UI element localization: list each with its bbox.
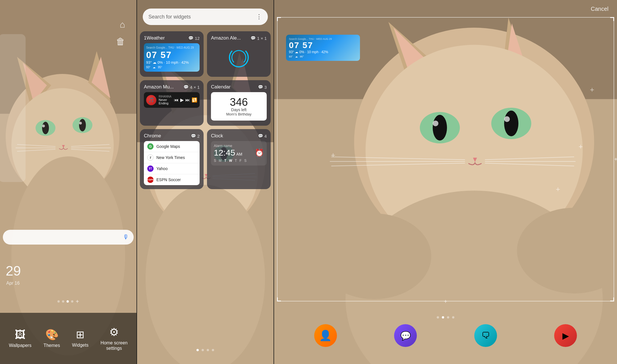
1weather-count-icon: 💬 [188,36,194,41]
contacts-app-icon[interactable]: 👤 [314,324,337,347]
page-dots-left: + [0,299,136,304]
widgets-icon: ⊞ [76,329,84,341]
center-dot-4[interactable] [212,349,214,351]
prev-icon[interactable]: ⏮ [174,98,179,103]
yahoo-label: Yahoo [156,166,167,171]
clock-header: Clock 💬 4 [211,133,267,139]
widget-selection-frame: Search Google... THU · WED AUG 29 07 57 … [277,17,614,301]
amazon-music-card[interactable]: Amazon Mu... 💬 4 × 1 🎵 RIHANNA Never End… [140,80,204,126]
chrome-count-icon: 💬 [191,133,196,138]
alexa-preview [211,43,267,72]
home-icon[interactable]: ⌂ [120,19,125,30]
add-page-left[interactable]: + [76,299,79,304]
alexa-header: Amazon Ale... 💬 1 × 1 [211,35,267,41]
chrome-dropdown: G Google Maps T New York Times Y! Yahoo … [144,141,200,185]
alexa-inner-ring [231,50,246,65]
messages-icon: 💬 [400,331,411,341]
dot-1[interactable] [57,300,60,303]
maps-icon: G [147,143,154,150]
trash-icon[interactable]: 🗑 [116,36,125,47]
center-dot-3[interactable] [207,349,209,351]
alexa-circle [229,47,249,67]
frame-handle-right[interactable]: + [614,156,617,163]
left-overlay: ⌂ 🗑 🎙 29 Apr 16 + 🖼 Wallpapers 🎨 [0,0,136,364]
chrome-item-nyt[interactable]: T New York Times [144,152,200,163]
date-display-left: Apr 16 [6,281,20,286]
chat-icon: 🗨 [481,331,490,340]
alarm-clock-icon: ⏰ [255,148,264,157]
music-artist: RIHANNA [159,95,172,98]
next-icon[interactable]: ⏭ [185,98,190,103]
right-dot-4[interactable] [452,316,454,318]
1weather-card[interactable]: 1Weather 💬 12 Search Google... THU · WED… [140,31,204,77]
bottom-bar-left: 🖼 Wallpapers 🎨 Themes ⊞ Widgets ⚙ Home s… [0,313,136,364]
mic-icon: 🎙 [123,233,129,241]
dock-right: 👤 💬 🗨 ▶ [274,324,617,347]
right-dot-3[interactable] [447,316,449,318]
chrome-title: Chrome [144,133,161,139]
music-art: 🎵 [146,95,156,105]
home-screen-settings-button[interactable]: ⚙ Home screen settings [101,326,128,351]
search-bar-left[interactable]: 🎙 [3,230,134,245]
calendar-card[interactable]: Calendar 💬 3 346 Days left Mom's Birthda… [207,80,271,126]
themes-button[interactable]: 🎨 Themes [44,328,60,348]
dot-2[interactable] [62,300,64,303]
search-placeholder-text: Search for widgets [148,14,256,20]
1weather-header: 1Weather 💬 12 [144,35,200,41]
dot-4[interactable] [71,300,73,303]
chrome-item-maps[interactable]: G Google Maps [144,141,200,152]
right-overlay: Cancel Search Google... THU · WED AUG 29… [274,0,617,364]
nyt-icon: T [147,154,154,161]
frame-corner-bl [277,297,281,301]
alarm-row: 12:45 AM ⏰ [214,148,264,158]
calendar-event: Mom's Birthday [226,112,251,116]
page-dots-center [137,349,274,351]
alexa-count-icon: 💬 [250,36,256,41]
calendar-preview: 346 Days left Mom's Birthday [211,92,267,121]
themes-label: Themes [44,343,60,348]
center-panel: Search for widgets ⋮ 1Weather 💬 12 Searc… [137,0,274,364]
right-dot-1[interactable] [437,316,439,318]
chrome-card[interactable]: Chrome 💬 2 G Google Maps T New York Time… [140,129,204,189]
alarm-ampm: AM [236,152,242,156]
right-dot-2-active[interactable] [442,316,444,318]
amazon-alexa-card[interactable]: Amazon Ale... 💬 1 × 1 [207,31,271,77]
clock-count: 💬 4 [258,133,267,138]
chat-app-icon[interactable]: 🗨 [474,324,497,347]
placed-weather-widget: Search Google... THU · WED AUG 29 07 57 … [286,35,360,61]
music-song: Never Ending [159,98,172,105]
chrome-item-yahoo[interactable]: Y! Yahoo [144,163,200,174]
cancel-button[interactable]: Cancel [591,6,608,12]
espn-label: ESPN Soccer [156,177,181,182]
right-panel: Cancel Search Google... THU · WED AUG 29… [274,0,617,364]
dot-3-active[interactable] [67,300,69,303]
widget-search-bar[interactable]: Search for widgets ⋮ [143,9,268,25]
time-display-left: 29 [6,263,21,279]
placed-widget-temp: 93° ☁ 0% · 10 mph · 42% [289,50,357,54]
repeat-icon[interactable]: 🔁 [192,97,197,103]
frame-corner-tr [610,17,614,21]
more-options-icon[interactable]: ⋮ [256,13,262,20]
play-icon[interactable]: ▶ [180,97,184,103]
clock-card[interactable]: Clock 💬 4 Alarm name 12:45 AM ⏰ [207,129,271,189]
alarm-day-t: T [224,159,227,163]
espn-icon: ESPN [147,177,154,183]
widgets-button[interactable]: ⊞ Widgets [72,329,88,348]
frame-handle-bottom[interactable]: + [444,298,447,305]
music-info: RIHANNA Never Ending [159,95,172,105]
music-controls[interactable]: ⏮ ▶ ⏭ 🔁 [174,97,197,103]
video-app-icon[interactable]: ▶ [554,324,577,347]
placed-widget-forecast: 93°☁95° [289,55,357,58]
music-count: 💬 4 × 1 [183,84,200,90]
chrome-item-espn[interactable]: ESPN ESPN Soccer [144,174,200,185]
wallpapers-button[interactable]: 🖼 Wallpapers [9,329,31,348]
center-dot-1[interactable] [196,349,199,351]
1weather-preview: Search Google... THU · WED AUG 29 07 57 … [144,43,200,72]
center-dot-2[interactable] [202,349,204,351]
messages-app-icon[interactable]: 💬 [394,324,417,347]
calendar-count-icon: 💬 [258,84,263,90]
side-widget-panel [0,34,26,182]
1weather-count: 💬 12 [188,36,200,41]
calendar-header: Calendar 💬 3 [211,84,267,90]
themes-icon: 🎨 [45,328,59,341]
